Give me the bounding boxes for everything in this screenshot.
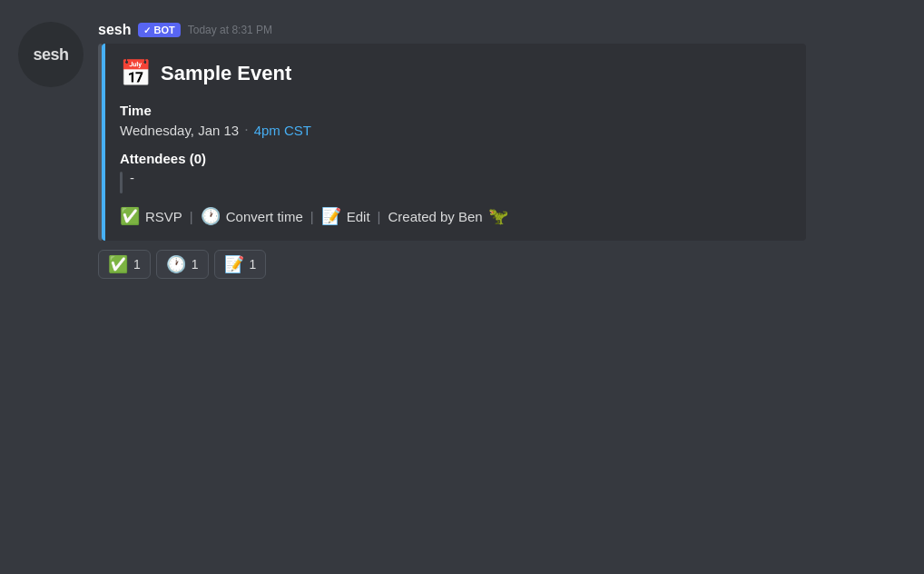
- avatar: sesh: [18, 22, 84, 87]
- reaction-1[interactable]: 🕐1: [156, 250, 209, 279]
- bot-badge-label: BOT: [153, 25, 174, 35]
- reaction-0[interactable]: ✅1: [98, 250, 151, 279]
- convert-time-emoji[interactable]: 🕐: [201, 206, 221, 226]
- separator-3: |: [378, 209, 381, 224]
- reaction-count-2: 1: [250, 257, 257, 272]
- time-dot: ·: [244, 122, 248, 138]
- bot-badge: ✓ BOT: [138, 23, 180, 37]
- time-highlight: 4pm CST: [254, 123, 311, 138]
- reactions-row: ✅1🕐1📝1: [98, 250, 906, 279]
- message-timestamp: Today at 8:31 PM: [188, 24, 272, 36]
- time-date: Wednesday, Jan 13: [120, 123, 239, 138]
- calendar-icon: 📅: [120, 58, 152, 88]
- separator-1: |: [190, 209, 193, 224]
- bot-badge-check: ✓: [143, 25, 151, 35]
- separator-2: |: [310, 209, 314, 224]
- reaction-count-0: 1: [133, 257, 141, 272]
- action-row: ✅ RSVP | 🕐 Convert time | 📝 Edit | Creat…: [120, 206, 788, 226]
- reaction-2[interactable]: 📝1: [214, 250, 267, 279]
- embed-card: 📅 Sample Event Time Wednesday, Jan 13 · …: [98, 44, 806, 241]
- embed-inner: 📅 Sample Event Time Wednesday, Jan 13 · …: [116, 58, 788, 226]
- dino-emoji: 🦖: [488, 206, 508, 226]
- time-section: Time Wednesday, Jan 13 · 4pm CST: [120, 103, 788, 138]
- time-value: Wednesday, Jan 13 · 4pm CST: [120, 122, 788, 138]
- bot-name: sesh: [98, 22, 131, 38]
- attendees-value: -: [130, 170, 134, 185]
- attendees-label: Attendees (0): [120, 151, 788, 166]
- rsvp-emoji[interactable]: ✅: [120, 206, 140, 226]
- embed-accent-bar: [102, 44, 105, 241]
- embed-title-row: 📅 Sample Event: [120, 58, 788, 88]
- edit-label[interactable]: Edit: [347, 209, 370, 224]
- time-label: Time: [120, 103, 788, 118]
- rsvp-label[interactable]: RSVP: [145, 209, 182, 224]
- created-by-text: Created by Ben: [388, 209, 482, 224]
- attendees-bar: -: [120, 170, 788, 193]
- message-content: sesh ✓ BOT Today at 8:31 PM 📅 Sample Eve…: [98, 22, 906, 279]
- avatar-text: sesh: [33, 45, 68, 64]
- reaction-count-1: 1: [192, 257, 199, 272]
- message-header: sesh ✓ BOT Today at 8:31 PM: [98, 22, 906, 38]
- reaction-emoji-1: 🕐: [166, 254, 186, 274]
- reaction-emoji-0: ✅: [108, 254, 128, 274]
- reaction-emoji-2: 📝: [224, 254, 244, 274]
- edit-emoji[interactable]: 📝: [321, 206, 341, 226]
- convert-time-label[interactable]: Convert time: [226, 209, 303, 224]
- attendees-section: Attendees (0) -: [120, 151, 788, 193]
- embed-title: Sample Event: [161, 62, 291, 85]
- attendees-vertical-bar: [120, 172, 123, 193]
- message-container: sesh sesh ✓ BOT Today at 8:31 PM 📅 Sampl…: [18, 22, 906, 279]
